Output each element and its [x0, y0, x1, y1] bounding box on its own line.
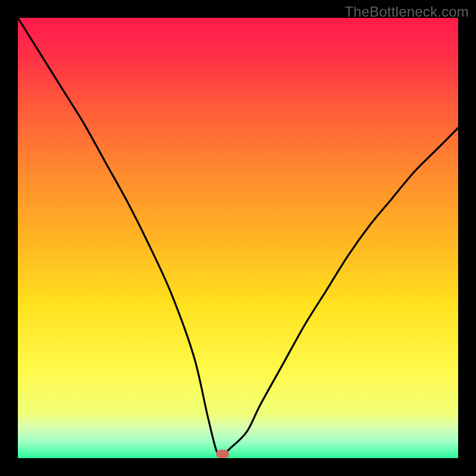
gradient-background [18, 18, 458, 458]
bottleneck-chart [18, 18, 458, 458]
chart-frame: TheBottleneck.com [0, 0, 476, 476]
optimum-marker [216, 450, 229, 458]
